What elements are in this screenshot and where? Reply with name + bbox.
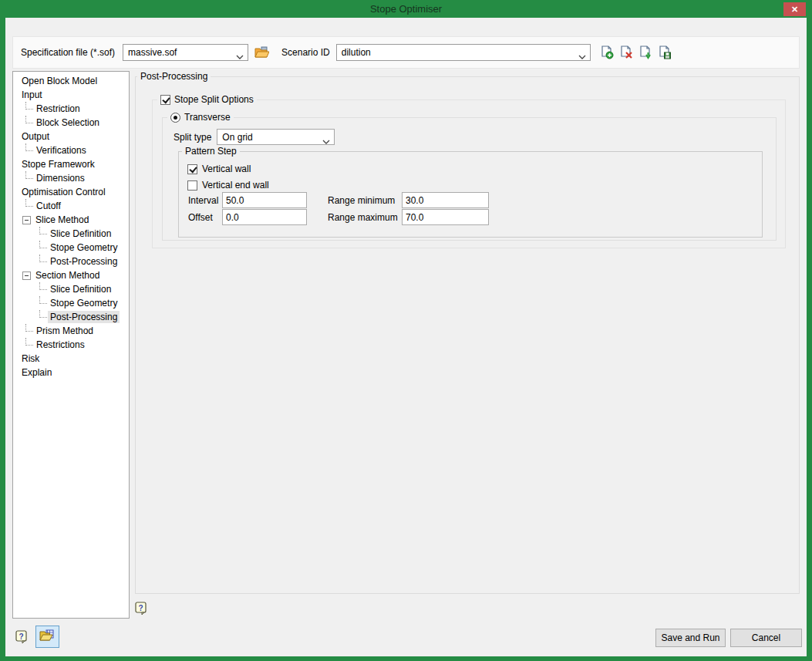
delete-scenario-icon[interactable] — [619, 45, 634, 60]
stope-split-options-groupbox: Stope Split Options Transverse Split typ… — [152, 99, 786, 248]
sidebar-item-post-processing[interactable]: Post-Processing — [13, 255, 129, 268]
sidebar-item-label[interactable]: Restrictions — [34, 339, 87, 351]
sidebar-item-label[interactable]: Open Block Model — [19, 75, 99, 87]
cancel-button[interactable]: Cancel — [730, 629, 802, 647]
scenario-id-combobox[interactable]: dilution — [336, 44, 591, 61]
svg-text:?: ? — [19, 632, 23, 641]
sidebar-item-slice-definition[interactable]: Slice Definition — [13, 227, 129, 241]
open-log-folder-button[interactable] — [35, 626, 59, 648]
stope-split-options-checkbox[interactable] — [160, 95, 170, 105]
split-type-row: Split type On grid — [174, 129, 335, 145]
sidebar-item-verifications[interactable]: Verifications — [13, 143, 129, 157]
sidebar-item-section-method[interactable]: Section Method — [13, 268, 129, 282]
range-maximum-label: Range maximum — [328, 212, 398, 223]
vertical-wall-checkbox[interactable] — [187, 164, 197, 174]
sidebar-item-dimensions[interactable]: Dimensions — [13, 171, 129, 185]
sidebar-item-stope-geometry[interactable]: Stope Geometry — [13, 241, 129, 255]
sidebar-item-risk[interactable]: Risk — [13, 352, 129, 366]
sidebar-item-label[interactable]: Slice Method — [33, 214, 91, 226]
tree-connector — [39, 310, 47, 318]
sidebar-item-label[interactable]: Slice Definition — [48, 283, 113, 295]
tree-connector — [25, 102, 33, 110]
collapse-expander-icon[interactable] — [22, 271, 31, 280]
sidebar-item-label[interactable]: Section Method — [33, 269, 102, 282]
open-log-folder-icon — [39, 629, 56, 646]
sidebar-item-slice-method[interactable]: Slice Method — [13, 213, 129, 227]
title-bar: Stope Optimiser ✕ — [0, 0, 812, 18]
sidebar-item-input[interactable]: Input — [13, 88, 129, 102]
close-button[interactable]: ✕ — [783, 2, 806, 16]
sidebar-item-slice-definition[interactable]: Slice Definition — [13, 282, 129, 296]
spec-file-label: Specification file (*.sof) — [21, 47, 115, 58]
sidebar-item-restrictions[interactable]: Restrictions — [13, 338, 129, 352]
range-minimum-input[interactable] — [402, 192, 489, 208]
sidebar-item-label[interactable]: Dimensions — [34, 172, 87, 184]
svg-text:?: ? — [138, 604, 143, 612]
save-and-run-button[interactable]: Save and Run — [655, 629, 726, 647]
split-type-combobox[interactable]: On grid — [217, 129, 335, 145]
vertical-end-wall-label: Vertical end wall — [202, 180, 269, 191]
range-maximum-input[interactable] — [402, 209, 489, 225]
sidebar-item-stope-framework[interactable]: Stope Framework — [13, 157, 129, 171]
page-title: Post-Processing — [137, 71, 211, 82]
tree-connector — [25, 143, 33, 151]
collapse-expander-icon[interactable] — [22, 216, 31, 224]
transverse-label: Transverse — [184, 112, 231, 123]
sidebar-item-prism-method[interactable]: Prism Method — [13, 324, 129, 338]
sidebar-item-label[interactable]: Cutoff — [34, 200, 63, 212]
post-processing-groupbox: Post-Processing Stope Split Options Tran… — [135, 76, 800, 594]
sidebar-item-block-selection[interactable]: Block Selection — [13, 116, 129, 130]
offset-label: Offset — [188, 212, 213, 223]
sidebar-item-label[interactable]: Restriction — [34, 103, 83, 115]
sidebar-item-label[interactable]: Block Selection — [34, 116, 102, 129]
sidebar-item-explain[interactable]: Explain — [13, 366, 129, 379]
sidebar-item-label[interactable]: Risk — [19, 352, 42, 365]
tree-connector — [39, 282, 47, 290]
window-title: Stope Optimiser — [370, 3, 442, 15]
sidebar-item-restriction[interactable]: Restriction — [13, 102, 129, 116]
chevron-down-icon — [236, 51, 244, 62]
vertical-end-wall-checkbox[interactable] — [187, 180, 197, 191]
sidebar-tree: Open Block ModelInputRestrictionBlock Se… — [12, 71, 130, 619]
import-scenario-icon[interactable] — [638, 45, 653, 60]
sidebar-item-output[interactable]: Output — [13, 130, 129, 143]
sidebar-item-label[interactable]: Stope Geometry — [48, 241, 120, 254]
chevron-down-icon — [322, 136, 330, 147]
dialog-content: Specification file (*.sof) massive.sof S… — [5, 18, 807, 656]
sidebar-item-cutoff[interactable]: Cutoff — [13, 199, 129, 213]
open-folder-icon[interactable] — [254, 45, 269, 60]
help-bubble-icon[interactable]: ? — [15, 630, 28, 647]
sidebar-item-label[interactable]: Output — [19, 130, 52, 143]
stope-optimiser-dialog: Stope Optimiser ✕ Specification file (*.… — [0, 0, 812, 661]
sidebar-item-open-block-model[interactable]: Open Block Model — [13, 74, 129, 88]
vertical-end-wall-row: Vertical end wall — [187, 180, 269, 191]
sidebar-item-post-processing[interactable]: Post-Processing — [13, 310, 129, 324]
sidebar-item-stope-geometry[interactable]: Stope Geometry — [13, 296, 129, 310]
sidebar-item-label[interactable]: Input — [19, 89, 45, 101]
sidebar-item-label[interactable]: Stope Framework — [19, 158, 97, 170]
pattern-step-caption: Pattern Step — [182, 146, 240, 157]
help-bubble-icon[interactable]: ? — [135, 602, 147, 619]
sidebar-item-label[interactable]: Slice Definition — [48, 228, 113, 240]
sidebar-item-label[interactable]: Verifications — [34, 144, 89, 157]
sidebar-item-label[interactable]: Explain — [19, 366, 54, 379]
spec-file-combobox[interactable]: massive.sof — [123, 44, 248, 61]
spec-file-value: massive.sof — [128, 47, 177, 58]
sidebar-item-label[interactable]: Post-Processing — [48, 255, 120, 268]
split-type-value: On grid — [222, 132, 252, 143]
tree-connector — [39, 296, 47, 304]
pattern-step-groupbox: Pattern Step Vertical wall Vertical end … — [178, 151, 763, 238]
save-scenario-icon[interactable] — [658, 45, 672, 60]
sidebar-item-label[interactable]: Post-Processing — [48, 311, 120, 323]
interval-input[interactable] — [222, 192, 307, 208]
vertical-wall-row: Vertical wall — [187, 164, 251, 174]
offset-input[interactable] — [222, 209, 307, 225]
sidebar-item-optimisation-control[interactable]: Optimisation Control — [13, 185, 129, 199]
new-scenario-icon[interactable] — [600, 45, 615, 60]
vertical-wall-label: Vertical wall — [202, 164, 251, 174]
transverse-radio[interactable] — [170, 113, 180, 123]
sidebar-item-label[interactable]: Optimisation Control — [19, 186, 108, 198]
transverse-caption: Transverse — [167, 112, 234, 123]
sidebar-item-label[interactable]: Stope Geometry — [48, 297, 120, 309]
sidebar-item-label[interactable]: Prism Method — [34, 325, 96, 337]
